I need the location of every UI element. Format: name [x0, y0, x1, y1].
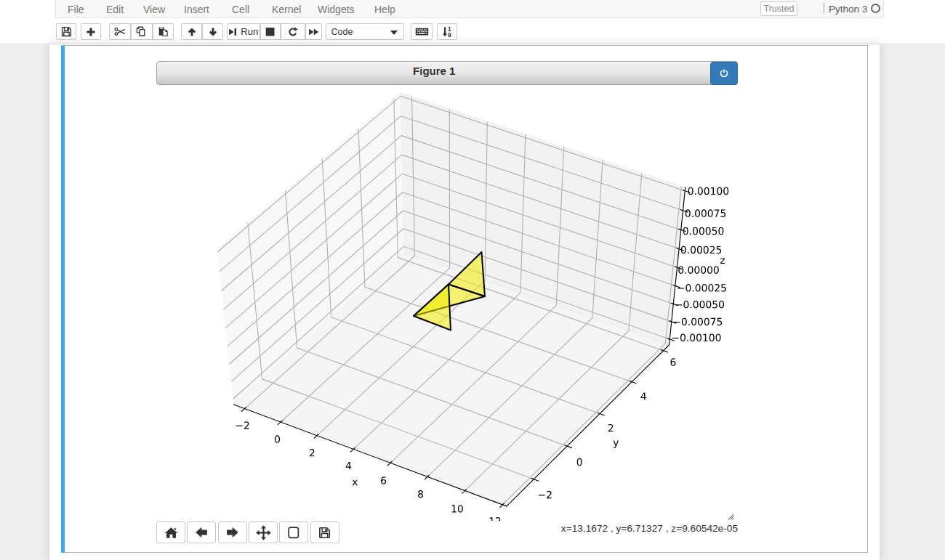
svg-text:9: 9 [448, 32, 451, 37]
